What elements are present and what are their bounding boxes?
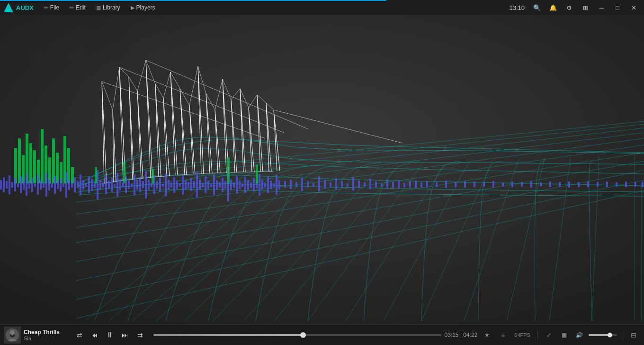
- svg-rect-96: [145, 171, 147, 199]
- svg-rect-119: [210, 183, 212, 187]
- menu-players[interactable]: ▶ Players: [126, 2, 160, 13]
- svg-rect-131: [244, 177, 246, 193]
- svg-point-202: [10, 330, 15, 335]
- svg-rect-92: [134, 174, 135, 195]
- eq-button[interactable]: ≡: [496, 328, 510, 342]
- prev-button[interactable]: ⏮: [88, 328, 101, 342]
- svg-rect-168: [420, 182, 422, 187]
- svg-rect-113: [193, 181, 195, 188]
- menu-library[interactable]: ▦ Library: [91, 2, 125, 13]
- svg-rect-126: [230, 180, 232, 190]
- svg-rect-29: [14, 148, 17, 183]
- svg-rect-169: [426, 181, 428, 188]
- menu-file-label: File: [50, 4, 59, 11]
- svg-rect-97: [148, 180, 150, 190]
- minimize-button[interactable]: ─: [595, 1, 608, 14]
- progress-thumb[interactable]: [300, 332, 306, 338]
- svg-rect-166: [409, 182, 411, 188]
- svg-rect-184: [568, 182, 570, 188]
- menu-bar: ✏ File ✏ Edit ▦ Library ▶ Players: [39, 2, 160, 13]
- svg-rect-74: [82, 180, 84, 190]
- svg-rect-158: [364, 182, 366, 187]
- svg-rect-137: [261, 180, 263, 190]
- album-art: [4, 327, 21, 344]
- shuffle-button[interactable]: ⇄: [73, 328, 86, 342]
- svg-rect-40: [56, 153, 59, 183]
- volume-thumb[interactable]: [608, 333, 612, 337]
- progress-area: [153, 334, 442, 336]
- window-controls: 🔍 🔔 ⚙ ⊞ ─ □ ✕: [530, 1, 640, 14]
- svg-rect-54: [26, 174, 27, 196]
- spectrum-button[interactable]: ▦: [557, 328, 571, 342]
- svg-rect-142: [276, 175, 277, 195]
- svg-rect-80: [99, 180, 101, 190]
- svg-rect-127: [233, 183, 235, 188]
- system-clock: 13:10: [509, 4, 525, 11]
- svg-rect-185: [578, 182, 580, 187]
- svg-rect-110: [185, 180, 187, 190]
- progress-bar[interactable]: [153, 334, 442, 336]
- svg-rect-180: [530, 181, 532, 188]
- svg-rect-162: [386, 180, 388, 189]
- fullscreen-button[interactable]: ⤢: [542, 328, 555, 342]
- svg-rect-189: [616, 182, 617, 187]
- search-button[interactable]: 🔍: [530, 1, 544, 14]
- svg-rect-153: [335, 178, 337, 190]
- close-button[interactable]: ✕: [627, 1, 640, 14]
- svg-rect-112: [190, 178, 192, 191]
- svg-rect-147: [301, 178, 303, 191]
- svg-rect-183: [559, 182, 561, 187]
- svg-rect-107: [176, 181, 178, 189]
- svg-rect-121: [216, 180, 218, 190]
- notification-button[interactable]: 🔔: [546, 1, 560, 14]
- progress-fill: [153, 334, 303, 336]
- svg-rect-61: [45, 173, 47, 197]
- svg-rect-87: [119, 179, 121, 191]
- svg-rect-144: [284, 181, 286, 188]
- grid-button[interactable]: ⊞: [579, 1, 592, 14]
- next-button[interactable]: ⏭: [118, 328, 132, 342]
- favorite-button[interactable]: ★: [480, 328, 493, 342]
- track-artist: Sia: [24, 336, 66, 341]
- settings-button[interactable]: ⚙: [563, 1, 576, 14]
- svg-rect-124: [224, 181, 226, 189]
- svg-rect-134: [253, 178, 255, 191]
- pause-button[interactable]: ⏸: [103, 328, 116, 342]
- svg-rect-173: [464, 181, 466, 188]
- svg-rect-145: [290, 180, 292, 189]
- svg-rect-150: [318, 176, 320, 191]
- svg-rect-51: [17, 183, 19, 187]
- repeat-button[interactable]: ⇉: [134, 328, 147, 342]
- menu-edit[interactable]: ✏ Edit: [65, 2, 90, 13]
- svg-rect-86: [116, 173, 118, 197]
- track-title: Cheap Thrills: [24, 329, 66, 336]
- svg-rect-161: [381, 183, 383, 187]
- svg-rect-178: [511, 182, 513, 187]
- svg-rect-91: [131, 183, 133, 187]
- svg-rect-157: [358, 181, 360, 188]
- svg-rect-104: [168, 180, 170, 190]
- svg-rect-190: [625, 182, 627, 187]
- svg-rect-69: [68, 180, 70, 190]
- svg-rect-95: [142, 181, 144, 188]
- svg-rect-33: [29, 143, 32, 183]
- svg-rect-34: [33, 150, 36, 183]
- svg-rect-31: [22, 155, 25, 183]
- volume-icon[interactable]: 🔊: [572, 328, 586, 342]
- volume-slider[interactable]: [589, 334, 617, 336]
- svg-rect-82: [105, 175, 107, 194]
- titlebar: AUDX ✏ File ✏ Edit ▦ Library ▶ Players 1…: [0, 0, 644, 15]
- svg-rect-109: [182, 175, 184, 195]
- svg-rect-181: [540, 182, 542, 186]
- svg-rect-57: [34, 184, 36, 187]
- svg-rect-136: [259, 174, 260, 196]
- loading-progress: [0, 0, 644, 1]
- svg-rect-46: [3, 177, 5, 192]
- fps-display: 64FPS: [512, 332, 532, 338]
- maximize-button[interactable]: □: [611, 1, 624, 14]
- menu-file[interactable]: ✏ File: [39, 2, 64, 13]
- 3d-spectrum-visualization: [0, 15, 644, 324]
- svg-rect-81: [102, 183, 104, 187]
- svg-rect-52: [20, 176, 22, 193]
- panel-toggle-button[interactable]: ⊟: [627, 328, 640, 342]
